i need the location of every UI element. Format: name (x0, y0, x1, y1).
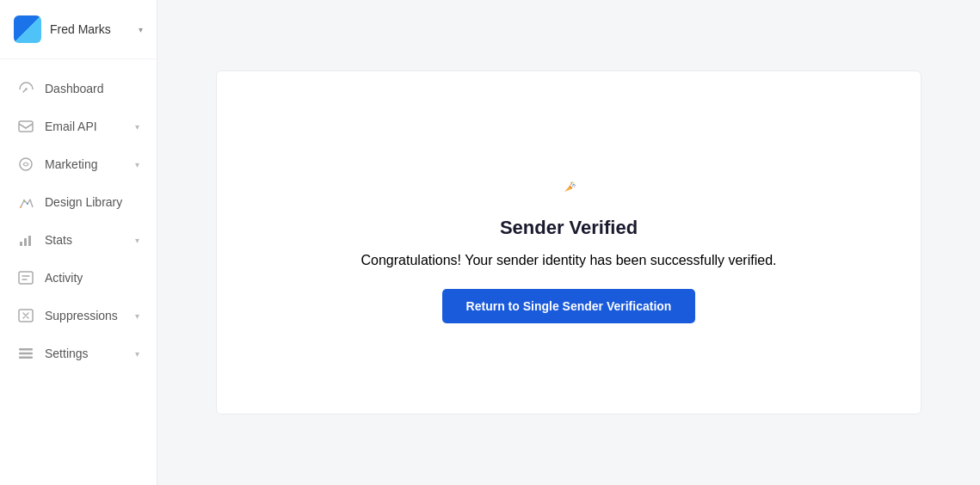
sidebar-item-label: Settings (45, 347, 135, 360)
design-library-icon (17, 193, 34, 211)
svg-point-2 (20, 158, 32, 170)
verification-card: Sender Verified Congratulations! Your se… (216, 71, 921, 414)
chevron-right-icon: ▾ (135, 160, 139, 169)
email-api-icon (17, 118, 34, 135)
stats-icon (17, 231, 34, 249)
sidebar-item-label: Stats (45, 233, 135, 247)
sidebar-item-dashboard[interactable]: Dashboard (0, 70, 157, 107)
sidebar-item-settings[interactable]: Settings ▾ (0, 335, 157, 372)
svg-point-16 (572, 182, 573, 183)
svg-point-5 (27, 203, 28, 205)
sidebar-item-stats[interactable]: Stats ▾ (0, 221, 157, 259)
svg-rect-6 (20, 242, 22, 246)
verified-message: Congratulations! Your sender identity ha… (361, 253, 777, 268)
avatar (14, 15, 41, 43)
svg-rect-12 (19, 353, 33, 355)
sidebar-item-label: Marketing (45, 157, 135, 171)
svg-point-17 (574, 187, 575, 187)
sidebar-item-activity[interactable]: Activity (0, 259, 157, 297)
sidebar-item-label: Design Library (45, 195, 139, 209)
sidebar-item-label: Activity (45, 271, 139, 285)
activity-icon (17, 269, 34, 286)
user-name: Fred Marks (50, 22, 139, 36)
nav-menu: Dashboard Email API ▾ Marketing ▾ (0, 59, 157, 485)
svg-rect-9 (19, 272, 33, 284)
svg-rect-11 (19, 348, 33, 351)
svg-rect-7 (24, 238, 27, 246)
dashboard-icon (17, 80, 34, 97)
sidebar-item-marketing[interactable]: Marketing ▾ (0, 145, 157, 183)
chevron-right-icon: ▾ (135, 311, 139, 321)
svg-rect-8 (28, 236, 31, 246)
celebration-icon (560, 162, 577, 203)
settings-icon (17, 345, 34, 362)
svg-point-0 (25, 88, 27, 89)
chevron-right-icon: ▾ (135, 236, 139, 245)
chevron-right-icon: ▾ (135, 122, 139, 132)
verified-title: Sender Verified (500, 217, 638, 239)
svg-point-15 (575, 185, 576, 186)
svg-rect-13 (19, 357, 33, 359)
chevron-down-icon: ▾ (139, 25, 143, 34)
svg-rect-1 (19, 121, 33, 132)
svg-point-14 (573, 182, 574, 183)
sidebar-item-suppressions[interactable]: Suppressions ▾ (0, 297, 157, 335)
svg-point-4 (23, 200, 25, 201)
svg-point-3 (20, 206, 22, 208)
sidebar-item-label: Dashboard (45, 82, 139, 95)
return-button[interactable]: Return to Single Sender Verification (442, 289, 696, 323)
sidebar-item-design-library[interactable]: Design Library (0, 183, 157, 221)
marketing-icon (17, 156, 34, 173)
sidebar: Fred Marks ▾ Dashboard Email AP (0, 0, 157, 485)
chevron-right-icon: ▾ (135, 349, 139, 359)
main-content: Sender Verified Congratulations! Your se… (157, 0, 980, 485)
sidebar-item-label: Email API (45, 120, 135, 133)
sidebar-item-label: Suppressions (45, 309, 135, 322)
suppressions-icon (17, 307, 34, 324)
user-section[interactable]: Fred Marks ▾ (0, 0, 157, 59)
sidebar-item-email-api[interactable]: Email API ▾ (0, 107, 157, 145)
